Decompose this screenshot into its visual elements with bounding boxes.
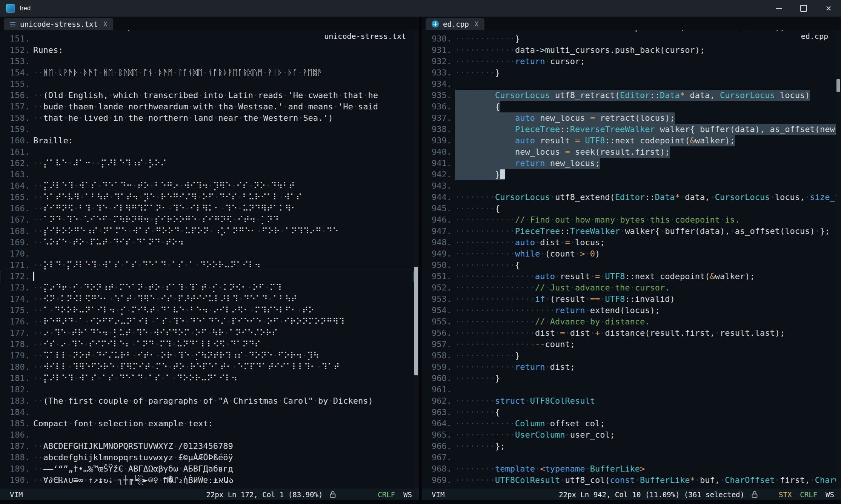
code-line[interactable]: 931.············data->multi_cursors.push… — [422, 45, 836, 56]
code-line[interactable]: 947.············PieceTree::TreeWalker·wa… — [422, 226, 836, 237]
line-number: 950. — [422, 260, 455, 271]
code-line[interactable]: 929.················data->multi_cursors.… — [422, 30, 836, 33]
code-line[interactable]: 937.············auto·new_locus·=·retract… — [422, 112, 836, 124]
code-line[interactable]: 188.··abcdefghijklmnopqrstuvwxyz·£©µÀÆÖÞ… — [0, 452, 414, 463]
code-line[interactable]: 158.··that·he·lived·in·the·northern·land… — [0, 112, 414, 124]
tab-ed-cpp[interactable]: ed.cpp X — [426, 18, 484, 30]
code-line[interactable]: 165.··⠱⠁⠞⠑⠧⠻·⠁⠃⠳⠞·⠹⠁⠞⠲·⡹⠑·⠗⠑⠛⠊⠌⠻·⠕⠋·⠙⠊⠎·… — [0, 192, 414, 203]
code-line[interactable]: 166.··⠎⠊⠛⠝⠫·⠃⠹·⠹⠑·⠊⠇⠻⠛⠹⠍⠁⠝⠂·⠹⠑·⠊⠇⠻⠅⠂·⠹⠑·… — [0, 203, 414, 214]
code-line[interactable]: 962.········struct·UTF8ColResult — [422, 395, 836, 407]
code-line[interactable]: 168.··⡎⠊⠗⠕⠕⠛⠑⠰⠎·⠝⠁⠍⠑·⠺⠁⠎·⠛⠕⠕⠙·⠥⠏⠕⠝·⠰⡡⠁⠝⠛… — [0, 226, 414, 237]
close-button[interactable]: ✕ — [816, 0, 841, 17]
code-line[interactable]: 179.··⠩⠁⠇⠇·⠝⠕⠞·⠙⠊⠌⠥⠗⠃·⠊⠞⠂·⠕⠗·⠹⠑·⡊⠳⠝⠞⠗⠹⠰⠎… — [0, 350, 414, 361]
code-line[interactable]: 160.Braille: — [0, 135, 414, 146]
code-line[interactable]: 154.··ᚻᛖ·ᚳᚹᚫᚦ·ᚦᚫᛏ·ᚻᛖ·ᛒᚢᛞᛖ·ᚩᚾ·ᚦᚫᛗ·ᛚᚪᚾᛞᛖ·ᚾ… — [0, 67, 414, 78]
pane-divider[interactable] — [419, 17, 422, 500]
code-line[interactable]: 162.··⡌⠁⠧⠑·⠼⠁⠒··⡍⠜⠇⠑⠹⠰⠎·⡣⠕⠌ — [0, 158, 414, 169]
code-line[interactable]: 940.············new_locus·=·seek(result.… — [422, 146, 836, 158]
minimize-button[interactable] — [766, 0, 791, 17]
code-line[interactable]: 175.··⠁·⠙⠕⠕⠗⠤⠝⠁⠊⠇⠲·⡊·⠍⠊⠣⠞·⠙⠁⠧⠑·⠃⠑⠲·⠔⠊⠇⠔⠫… — [0, 305, 414, 316]
code-line[interactable]: 170. — [0, 248, 414, 260]
code-line[interactable]: 949.············while·(count·>·0) — [422, 248, 836, 260]
code-line[interactable]: 942.········} — [422, 169, 836, 180]
line-number: 166. — [0, 203, 33, 214]
scrollbar-thumb[interactable] — [836, 79, 840, 92]
code-line[interactable]: 948.············auto·dist·=·locus; — [422, 237, 836, 248]
code-line[interactable]: 966.········}; — [422, 441, 836, 452]
code-line[interactable]: 930.············} — [422, 33, 836, 45]
code-line[interactable]: 153. — [0, 56, 414, 67]
code-line[interactable]: 173.··⡍⠔⠙⠖·⡊·⠙⠕⠝⠰⠞·⠍⠑⠁⠝·⠞⠕·⠎⠁⠹·⠹⠁⠞·⡊·⠅⠝⠪… — [0, 282, 414, 293]
code-line[interactable]: 156.··(Old·English,·which·transcribed·in… — [0, 90, 414, 101]
mode-indicator: VIM — [432, 490, 444, 499]
code-line[interactable]: 163. — [0, 169, 414, 180]
scrollbar-right[interactable] — [836, 30, 841, 489]
code-line[interactable]: 172. — [0, 271, 414, 282]
maximize-button[interactable] — [791, 0, 816, 17]
code-line[interactable]: 945.········{ — [422, 203, 836, 214]
scrollbar-left[interactable] — [414, 30, 419, 489]
tab-close-icon[interactable]: X — [103, 20, 107, 28]
scrollbar-thumb[interactable] — [414, 267, 418, 375]
code-line[interactable]: 157.··bude·thaem·lande·northweardum·with… — [0, 101, 414, 112]
line-number: 934. — [422, 78, 455, 90]
code-line[interactable]: 159. — [0, 124, 414, 135]
code-line[interactable]: 174.··⠪⠝·⠅⠝⠪⠇⠫⠛⠑⠂·⠱⠁⠞·⠹⠻⠑·⠊⠎·⠏⠜⠞⠊⠊⠥⠇⠜⠇⠹·… — [0, 293, 414, 305]
code-line[interactable]: 957.················--count; — [422, 339, 836, 350]
code-line[interactable]: 969.········UTF8ColResult·utf8_col(const… — [422, 475, 836, 486]
code-line[interactable]: 180.··⠺⠊⠇⠇·⠹⠻⠑⠋⠕⠗⠑·⠏⠻⠍⠊⠞·⠍⠑·⠞⠕·⠗⠑⠏⠑⠁⠞⠂·⠑… — [0, 361, 414, 373]
code-line[interactable]: 967. — [422, 452, 836, 463]
code-line[interactable]: 954.····················return·extend(lo… — [422, 305, 836, 316]
tab-close-icon[interactable]: X — [475, 20, 478, 28]
code-line[interactable]: 964.············Column·offset_col; — [422, 418, 836, 429]
code-line[interactable]: 955.················//·Advance·by·distan… — [422, 316, 836, 327]
code-line[interactable]: 161. — [0, 146, 414, 158]
code-line[interactable]: 934. — [422, 78, 836, 90]
code-line[interactable]: 182. — [0, 384, 414, 395]
code-line[interactable]: 943. — [422, 180, 836, 192]
code-line[interactable]: 938.············PieceTree::ReverseTreeWa… — [422, 124, 836, 135]
code-line[interactable]: 181.··⡍⠜⠇⠑⠹·⠺⠁⠎·⠁⠎·⠙⠑⠁⠙·⠁⠎·⠁·⠙⠕⠕⠗⠤⠝⠁⠊⠇⠲ — [0, 373, 414, 384]
code-line[interactable]: 935.········CursorLocus·utf8_retract(Edi… — [422, 90, 836, 101]
code-line[interactable]: 946.············//·Find·out·how·many·byt… — [422, 214, 836, 226]
code-line[interactable]: 169.··⠡⠕⠎⠑·⠞⠕·⠏⠥⠞·⠙⠊⠎·⠙⠁⠝⠙·⠞⠕⠲ — [0, 237, 414, 248]
code-line[interactable]: 963.········{ — [422, 407, 836, 418]
code-line[interactable]: 190.··∀∂∈ℝ∧∪≡∞·↑↗↨↻⇣·┐┼╔╘░►☺♀·ﬁ�⑀₂ἠḂӥẄɐː… — [0, 475, 414, 486]
code-line[interactable]: 952.················//·Just·advance·the·… — [422, 282, 836, 293]
code-line[interactable]: 176.··⠗⠑⠛⠜⠙·⠁·⠊⠕⠋⠋⠔⠤⠝⠁⠊⠇·⠁⠎·⠹⠑·⠙⠑⠁⠙⠑⠌·⠏⠊… — [0, 316, 414, 327]
code-line[interactable]: 184. — [0, 407, 414, 418]
code-line[interactable]: 953.················if·(result·==·UTF8::… — [422, 293, 836, 305]
app-icon — [6, 4, 15, 13]
code-line[interactable]: 959.············return·dist; — [422, 361, 836, 373]
code-line[interactable]: 961. — [422, 384, 836, 395]
code-line[interactable]: 167.··⠁⠝⠙·⠹⠑·⠡⠊⠑⠋·⠍⠳⠗⠝⠻⠲·⡎⠊⠗⠕⠕⠛⠑·⠎⠊⠛⠝⠫·⠊… — [0, 214, 414, 226]
code-line[interactable]: 186. — [0, 429, 414, 441]
code-line[interactable]: 189.··–—‘“”„†•…‰™œŠŸž€·ΑΒΓΔΩαβγδω·АБВГДа… — [0, 463, 414, 475]
code-line[interactable]: 177.··⠔·⠹⠑·⠞⠗⠁⠙⠑⠲·⡃⠥⠞·⠹⠑·⠺⠊⠎⠙⠕⠍·⠕⠋·⠳⠗·⠁⠝… — [0, 327, 414, 339]
code-line[interactable]: 187.··ABCDEFGHIJKLMNOPQRSTUVWXYZ·/012345… — [0, 441, 414, 452]
line-number: 155. — [0, 78, 33, 90]
code-line[interactable]: 933.········} — [422, 67, 836, 78]
code-line[interactable]: 155. — [0, 78, 414, 90]
code-line[interactable]: 932.············return·cursor; — [422, 56, 836, 67]
code-line[interactable]: 939.············auto·result·=·UTF8::next… — [422, 135, 836, 146]
code-line[interactable]: 171.··⡕⠇⠙·⡍⠜⠇⠑⠹·⠺⠁⠎·⠁⠎·⠙⠑⠁⠙·⠁⠎·⠁·⠙⠕⠕⠗⠤⠝⠁… — [0, 260, 414, 271]
code-line[interactable]: 968.········template·<typename·BufferLik… — [422, 463, 836, 475]
code-line[interactable]: 941.············return·new_locus; — [422, 158, 836, 169]
code-line[interactable]: 183.··(The·first·couple·of·paragraphs·of… — [0, 395, 414, 407]
code-line[interactable]: 936.········{ — [422, 101, 836, 112]
code-line[interactable]: 152.Runes: — [0, 45, 414, 56]
code-area-right[interactable]: 929.················data->multi_cursors.… — [422, 30, 836, 489]
code-line[interactable]: 956.················dist·=·dist·+·distan… — [422, 327, 836, 339]
code-area-left[interactable]: 150.··እግርህን·በፍራሽህ·ልክ·ዘርጋ።151.152.Runes:1… — [0, 30, 414, 489]
code-line[interactable]: 164.··⡍⠜⠇⠑⠹·⠺⠁⠎·⠙⠑⠁⠙⠒·⠞⠕·⠃⠑⠛⠔·⠺⠊⠹⠲·⡹⠻⠑·⠊… — [0, 180, 414, 192]
tab-unicode-stress-txt[interactable]: unicode-stress.txt X — [4, 18, 113, 30]
code-line[interactable]: 950.············{ — [422, 260, 836, 271]
code-line[interactable]: 951.················auto·result·=·UTF8::… — [422, 271, 836, 282]
code-line[interactable]: 958.············} — [422, 350, 836, 361]
code-line[interactable]: 960.········} — [422, 373, 836, 384]
code-line[interactable]: 185.Compact·font·selection·example·text: — [0, 418, 414, 429]
code-line[interactable]: 178.··⠊⠎·⠔·⠹⠑·⠎⠊⠍⠊⠇⠑⠆·⠁⠝⠙·⠍⠹·⠥⠝⠙⠁⠇⠇⠪⠫·⠙⠁… — [0, 339, 414, 350]
code-line[interactable]: 944.········CursorLocus·utf8_extend(Edit… — [422, 192, 836, 203]
code-line[interactable]: 965.············UserColumn·user_col; — [422, 429, 836, 441]
